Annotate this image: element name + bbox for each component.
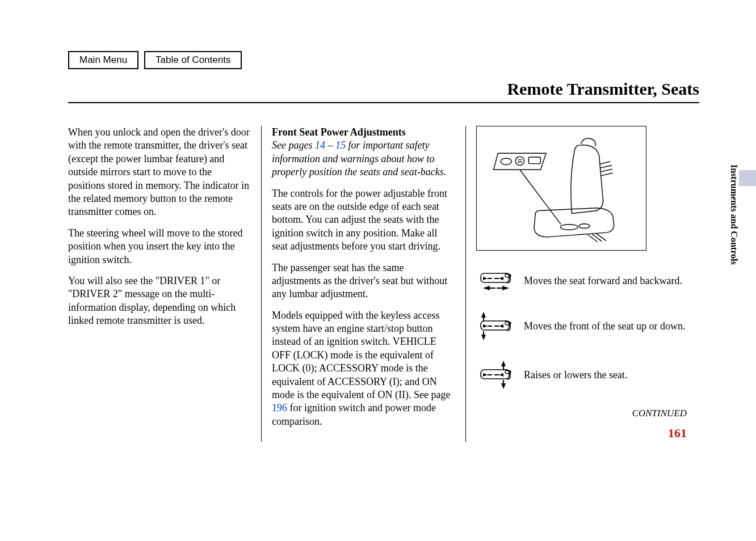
svg-rect-24 <box>483 331 484 335</box>
icon3-text: Raises or lowers the seat. <box>524 369 692 382</box>
svg-rect-27 <box>488 374 492 375</box>
col1-para2: The steering wheel will move to the stor… <box>68 227 250 267</box>
col2-para2: The passenger seat has the same adjustme… <box>272 261 454 301</box>
svg-rect-18 <box>494 278 499 279</box>
svg-point-11 <box>560 225 578 230</box>
seat-diagram-svg <box>487 132 640 246</box>
svg-point-8 <box>515 157 524 165</box>
col2-heading: Front Seat Power Adjustments <box>272 126 454 139</box>
p3-prefix: Models equipped with the keyless access … <box>272 310 450 400</box>
svg-line-2 <box>600 169 612 172</box>
svg-rect-22 <box>494 326 499 327</box>
col2-para3: Models equipped with the keyless access … <box>272 309 454 429</box>
seat-switch-front-updown-icon <box>476 310 516 343</box>
svg-rect-17 <box>488 278 492 279</box>
toc-button[interactable]: Table of Contents <box>144 51 242 69</box>
content-columns: When you unlock and open the driver's do… <box>68 126 699 442</box>
svg-rect-21 <box>488 326 492 327</box>
icon-row-3: Raises or lowers the seat. <box>476 358 692 391</box>
page-title: Remote Transmitter, Seats <box>68 79 699 103</box>
seat-switch-raise-lower-icon <box>476 358 516 391</box>
link-page-14[interactable]: 14 <box>315 140 325 151</box>
column-2: Front Seat Power Adjustments See pages 1… <box>261 126 454 442</box>
col2-safety: See pages 14 – 15 for important safety i… <box>272 139 454 179</box>
seat-switch-forward-back-icon <box>476 268 516 294</box>
link-page-196[interactable]: 196 <box>272 402 287 413</box>
svg-rect-28 <box>494 374 499 375</box>
safety-prefix: See pages <box>272 140 315 151</box>
column-1: When you unlock and open the driver's do… <box>68 126 250 442</box>
svg-rect-30 <box>503 380 504 383</box>
svg-rect-9 <box>528 157 540 164</box>
svg-rect-29 <box>503 366 504 370</box>
svg-line-3 <box>601 173 613 176</box>
column-3: Moves the seat forward and backward. <box>465 126 692 442</box>
link-page-15[interactable]: 15 <box>335 140 346 151</box>
svg-point-12 <box>579 224 590 229</box>
svg-rect-16 <box>497 288 502 289</box>
nav-buttons: Main Menu Table of Contents <box>68 51 699 69</box>
svg-rect-23 <box>483 318 484 321</box>
svg-rect-15 <box>490 288 495 289</box>
p3-suffix: for ignition switch and power mode compa… <box>272 402 436 426</box>
svg-point-7 <box>501 158 511 165</box>
col1-para3: You will also see the "DRIVER 1" or "DRI… <box>68 274 250 328</box>
col2-para1: The controls for the power adjustable fr… <box>272 187 454 253</box>
safety-dash: – <box>325 140 335 151</box>
svg-line-1 <box>600 166 612 168</box>
section-tab: Instruments and Controls <box>729 164 739 265</box>
icon-row-1: Moves the seat forward and backward. <box>476 268 692 294</box>
svg-line-5 <box>592 234 602 242</box>
col1-para1: When you unlock and open the driver's do… <box>68 126 250 219</box>
svg-line-6 <box>587 235 597 242</box>
icon1-text: Moves the seat forward and backward. <box>524 274 692 288</box>
svg-line-4 <box>597 234 606 241</box>
icon2-text: Moves the front of the seat up or down. <box>524 320 692 333</box>
icon-row-2: Moves the front of the seat up or down. <box>476 310 692 343</box>
seat-diagram <box>476 126 646 251</box>
continued-label: CONTINUED <box>476 407 692 420</box>
page-number: 161 <box>476 425 692 442</box>
svg-line-0 <box>599 162 610 164</box>
svg-line-10 <box>520 170 561 224</box>
side-tab-accent <box>739 170 756 186</box>
main-menu-button[interactable]: Main Menu <box>68 51 138 69</box>
